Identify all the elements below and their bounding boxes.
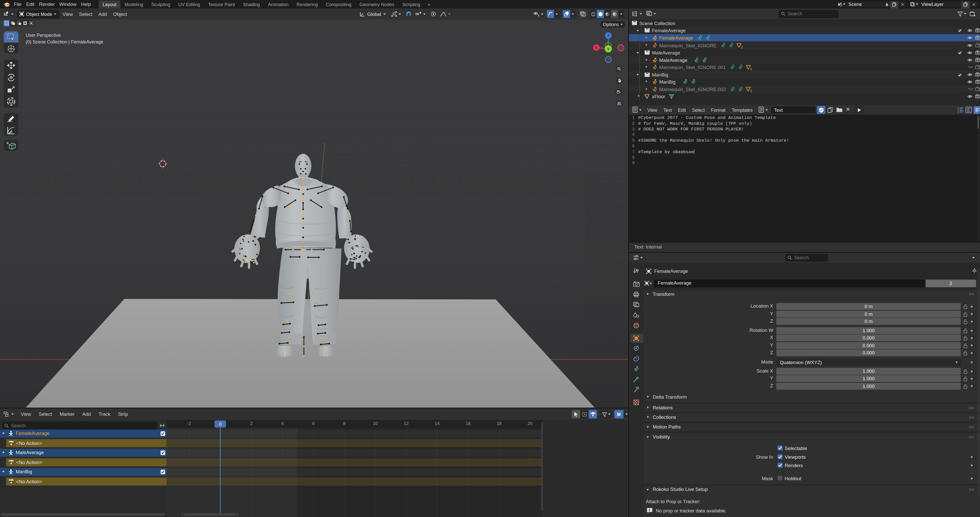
svg-text:2: 2: [958, 110, 959, 113]
svg-text:i: i: [649, 508, 650, 512]
svg-text:X: X: [595, 46, 598, 49]
svg-text:Y: Y: [607, 47, 609, 51]
svg-text:Z: Z: [607, 33, 609, 38]
